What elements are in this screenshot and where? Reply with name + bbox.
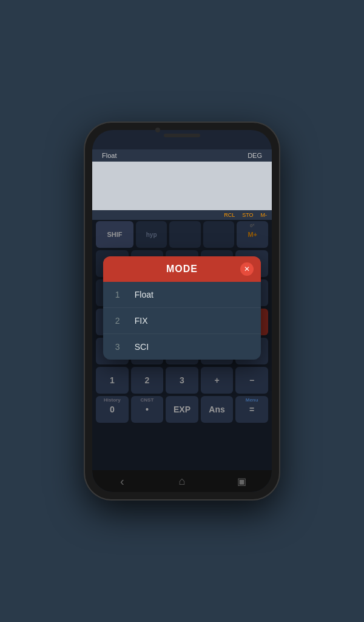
status-deg: DEG (248, 152, 262, 159)
modal-option-fix: FIX (135, 316, 148, 326)
func-sto: STO (242, 212, 253, 218)
func-row: RCL STO M- (92, 210, 272, 220)
status-bar: Float DEG (92, 149, 272, 162)
modal-item-fix[interactable]: 2 FIX (103, 308, 261, 334)
nav-back-icon[interactable]: ‹ (116, 475, 128, 487)
modal-option-float: Float (135, 290, 153, 299)
modal-option-sci: SCI (135, 342, 149, 352)
speaker (164, 134, 200, 137)
func-mminus: M- (261, 212, 268, 218)
status-float: Float (102, 152, 116, 159)
modal-close-button[interactable]: ✕ (240, 262, 254, 276)
modal-item-float[interactable]: 1 Float (103, 282, 261, 308)
phone-frame: Float DEG RCL STO M- SHIF hyp (85, 123, 279, 499)
screen-content: Float DEG RCL STO M- SHIF hyp (92, 149, 272, 492)
modal-title: MODE (166, 264, 198, 275)
calculator-body: SHIF hyp 0ˣ M+ hyp log (92, 220, 272, 470)
camera (155, 128, 160, 132)
modal-num-2: 2 (115, 316, 123, 326)
mode-modal: MODE ✕ 1 Float 2 FIX 3 S (103, 256, 261, 360)
phone-nav: ‹ ⌂ ▣ (92, 470, 272, 492)
modal-header: MODE ✕ (103, 256, 261, 282)
phone-screen: Float DEG RCL STO M- SHIF hyp (92, 130, 272, 492)
func-rcl: RCL (224, 212, 235, 218)
modal-num-1: 1 (115, 290, 123, 299)
calculator-display (92, 162, 272, 210)
modal-item-sci[interactable]: 3 SCI (103, 334, 261, 360)
modal-overlay: MODE ✕ 1 Float 2 FIX 3 S (92, 220, 272, 470)
nav-square-icon[interactable]: ▣ (236, 475, 248, 487)
modal-num-3: 3 (115, 342, 123, 352)
nav-home-icon[interactable]: ⌂ (176, 475, 188, 487)
